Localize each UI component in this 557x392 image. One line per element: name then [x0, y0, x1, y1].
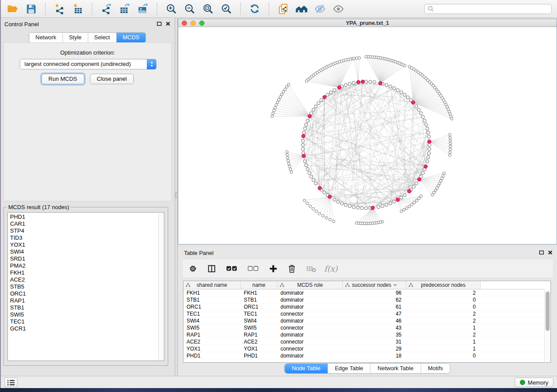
table-row[interactable]: SWI5SWI5connector431	[183, 324, 544, 331]
mcds-result-item[interactable]: YOX1	[9, 241, 157, 248]
table-cell: dominator	[277, 303, 343, 310]
zoom-in-button[interactable]	[165, 2, 178, 15]
table-row[interactable]: RAP1RAP1dominator352	[183, 331, 544, 338]
mcds-result-item[interactable]: SWI4	[9, 248, 157, 255]
mcds-result-item[interactable]: STB5	[9, 283, 157, 290]
import-table-button[interactable]	[71, 2, 84, 15]
table-cell: ORC1	[183, 303, 241, 310]
column-header-successor-nodes[interactable]: successor nodes	[343, 281, 406, 289]
export-image-button[interactable]	[136, 2, 149, 15]
table-scrollbar-thumb[interactable]	[546, 292, 550, 331]
zoom-selected-button[interactable]	[220, 2, 233, 15]
column-header-MCDS-role[interactable]: MCDS role	[277, 281, 343, 289]
task-list-icon	[7, 379, 15, 386]
table-row[interactable]: SWI4SWI4dominator462	[183, 317, 544, 324]
export-network-button[interactable]	[100, 2, 113, 15]
mcds-result-item[interactable]: CAR1	[9, 220, 157, 227]
zoom-out-button[interactable]	[183, 2, 196, 15]
search-field[interactable]	[424, 4, 552, 14]
open-file-button[interactable]	[6, 2, 19, 15]
mcds-result-item[interactable]: ORC1	[9, 290, 157, 297]
node-table: shared namenameMCDS rolesuccessor nodesp…	[183, 281, 551, 363]
table-cell: 2	[406, 317, 481, 324]
table-cell: 46	[343, 317, 406, 324]
memory-status-icon	[520, 380, 525, 385]
delete-table-icon[interactable]	[306, 265, 316, 272]
show-all-button[interactable]	[332, 2, 345, 15]
optimization-criterion-label: Optimization criterion:	[4, 49, 171, 56]
delete-column-trash-icon[interactable]	[288, 264, 296, 273]
memory-button[interactable]: Memory	[515, 378, 554, 387]
table-settings-gear-icon[interactable]	[189, 265, 197, 273]
mcds-result-item[interactable]: FKH1	[9, 269, 157, 276]
tab-edge-table[interactable]: Edge Table	[328, 364, 370, 373]
mcds-result-item[interactable]: TID3	[9, 234, 157, 241]
select-all-icon[interactable]	[226, 265, 237, 272]
tab-motifs[interactable]: Motifs	[421, 364, 450, 373]
run-mcds-button[interactable]: Run MCDS	[42, 74, 84, 84]
task-history-button[interactable]	[4, 378, 17, 387]
table-row[interactable]: FKH1FKH1dominator962	[183, 289, 544, 296]
tree-icon	[186, 283, 190, 287]
clone-network-button[interactable]	[277, 2, 290, 15]
mcds-list-scrollbar[interactable]	[158, 213, 163, 360]
float-panel-icon[interactable]	[539, 250, 544, 255]
close-panel-icon[interactable]	[166, 21, 170, 26]
network-graph[interactable]	[178, 27, 557, 244]
close-panel-button[interactable]: Close panel	[90, 74, 134, 84]
table-row[interactable]: ORC1ORC1dominator610	[183, 303, 544, 310]
table-row[interactable]: TEC1TEC1connector472	[183, 310, 544, 317]
first-neighbors-button[interactable]	[295, 2, 308, 15]
table-scrollbar[interactable]	[544, 289, 550, 362]
mcds-result-item[interactable]: STP4	[9, 227, 157, 234]
tree-icon	[408, 283, 413, 287]
import-network-button[interactable]	[53, 2, 66, 15]
tab-node-table[interactable]: Node Table	[285, 364, 328, 373]
table-cell: SWI5	[183, 324, 241, 331]
column-header-shared-name[interactable]: shared name	[183, 281, 241, 289]
table-cell: YOX1	[183, 345, 241, 352]
table-row[interactable]: STB1STB1dominator620	[183, 296, 544, 303]
table-row[interactable]: ACE2ACE2connector311	[183, 338, 544, 345]
mcds-result-item[interactable]: ACE2	[9, 276, 157, 283]
network-window-titlebar[interactable]: YPA_prune.txt_1	[178, 19, 557, 27]
tab-select[interactable]: Select	[88, 33, 117, 42]
save-session-button[interactable]	[24, 2, 38, 15]
table-cell: SWI4	[183, 317, 241, 324]
tab-network-table[interactable]: Network Table	[370, 364, 421, 373]
add-column-icon[interactable]	[269, 265, 277, 273]
mcds-result-item[interactable]: GCR1	[9, 325, 157, 332]
zoom-fit-button[interactable]	[201, 2, 214, 15]
mcds-result-item[interactable]: SRD1	[9, 255, 157, 262]
table-panel: Table Panel	[178, 247, 557, 376]
show-columns-icon[interactable]	[208, 265, 216, 273]
mcds-result-item[interactable]: RAP1	[9, 297, 157, 304]
mcds-result-item[interactable]: PMA2	[9, 262, 157, 269]
hide-selected-button[interactable]	[313, 2, 326, 15]
criterion-select[interactable]: largest connected component (undirected)	[20, 59, 156, 69]
tab-mcds[interactable]: MCDS	[117, 33, 145, 42]
export-table-button[interactable]	[118, 2, 131, 15]
close-panel-icon[interactable]	[548, 250, 553, 255]
mcds-result-item[interactable]: STB1	[9, 304, 157, 311]
table-toolbar: f(x)	[182, 259, 554, 278]
function-builder-button[interactable]: f(x)	[324, 264, 338, 273]
tab-style[interactable]: Style	[63, 33, 88, 42]
mcds-result-item[interactable]: TEC1	[9, 318, 157, 325]
table-row[interactable]: YOX1YOX1connector291	[183, 345, 544, 352]
deselect-all-icon[interactable]	[248, 265, 259, 272]
table-row[interactable]: PHD1PHD1dominator180	[183, 352, 544, 359]
mcds-result-item[interactable]: PHD1	[9, 213, 157, 220]
column-header-predecessor-nodes[interactable]: predecessor nodes	[406, 281, 481, 289]
network-canvas[interactable]	[178, 27, 557, 244]
table-cell: 29	[343, 345, 406, 352]
column-header-name[interactable]: name	[241, 281, 277, 289]
search-input[interactable]	[436, 5, 551, 13]
float-panel-icon[interactable]	[157, 21, 162, 26]
refresh-view-button[interactable]	[248, 2, 261, 15]
toolbar-separator	[157, 3, 157, 15]
tab-network[interactable]: Network	[29, 33, 63, 42]
mcds-result-item[interactable]: SWI5	[9, 311, 157, 318]
eye-slash-icon	[314, 3, 326, 15]
zoom-in-icon	[166, 3, 177, 14]
